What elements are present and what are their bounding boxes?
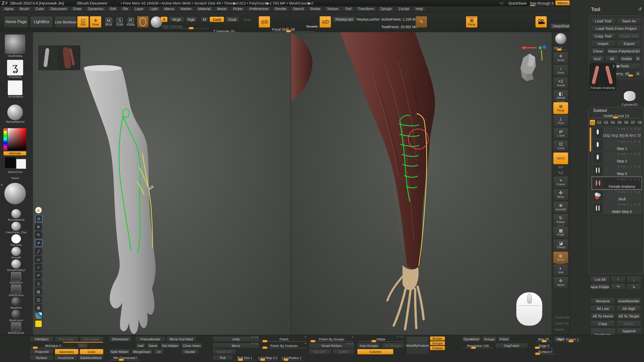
bottom-button[interactable]: BackfaceMask: [78, 355, 103, 360]
switch-color-button[interactable]: SwitchColor: [3, 170, 28, 173]
annotation-icon[interactable]: ▤: [35, 288, 42, 295]
material-item[interactable]: FabioPaiva_Clay: [3, 222, 30, 234]
mask-by-feature-button[interactable]: MaskByFeature: [406, 336, 429, 354]
subtool-action[interactable]: Rename: [590, 298, 615, 304]
bottom-button[interactable]: Max 25: [534, 336, 553, 342]
gravity-icon[interactable]: ✎: [416, 16, 427, 28]
edit-button[interactable]: ◱Edit: [77, 16, 89, 28]
tool-button[interactable]: Copy Tool: [591, 33, 616, 39]
bottom-button[interactable]: Roll: [213, 355, 233, 360]
subtool-toggles[interactable]: ▾ ●● ◐ ◑ ✐ ◎: [618, 152, 641, 156]
tool-button[interactable]: Clone: [591, 48, 605, 54]
bottom-button[interactable]: Morph UV: [213, 349, 236, 354]
shelf-button[interactable]: ×1 Actual: [553, 77, 568, 89]
menu-item[interactable]: Light: [147, 6, 160, 12]
subtool-item[interactable]: ▾ ●● ◐ ◑ ✐ ◎ 13강 여성 3단계 바디 각상 - [삼각: [592, 126, 642, 139]
rgb-button[interactable]: Rgb: [185, 17, 197, 22]
subtool-toggles[interactable]: ▾ ●● ◐ ◑ ✐ ◎: [618, 165, 641, 168]
annotation-icon[interactable]: ◎: [35, 215, 43, 222]
alpha-thumb[interactable]: ~BrushAlpha: [3, 80, 28, 98]
replay-last-button[interactable]: ReplayLast: [333, 17, 356, 22]
subtool-item[interactable]: ▾ ●● ◐ ◑ ✐ ◎ Female Anatomy: [592, 177, 642, 190]
menu-item[interactable]: Material: [195, 6, 213, 12]
shelf-button[interactable]: ✛ Scroll: [553, 52, 568, 64]
bottom-button[interactable]: FreezeBorder: [136, 336, 165, 342]
split-screen-slider[interactable]: Split Screen 1: [555, 336, 582, 342]
material-item[interactable]: SmoothValleys: [3, 259, 30, 272]
material-item[interactable]: MeshExtrude: [3, 322, 30, 334]
shelf-button[interactable]: GXYZ: [553, 152, 568, 164]
subtool-toggles[interactable]: ▾ ●● ◐ ◑ ✐ ◎: [618, 190, 641, 194]
annotation-icon[interactable]: ▯: [35, 280, 42, 287]
replay-last-rel-button[interactable]: ReplayLastRel: [357, 17, 379, 22]
subtool-item[interactable]: ▾ ●● ◐ ◑ ✐ ◎ Step 1: [592, 139, 642, 152]
subtool-item[interactable]: ▾ ●● ◐ ◑ ✐ ◎ Skull: [592, 190, 642, 202]
alternate-button[interactable]: Alternate: [4, 151, 26, 155]
bottom-button[interactable]: Close Holes: [181, 343, 202, 348]
zadd-button[interactable]: Zadd: [210, 17, 224, 22]
bottom-button[interactable]: DelMT: [332, 349, 355, 354]
shelf-button[interactable]: Dynamic ◐ Solo: [553, 264, 568, 276]
annotation-icon[interactable]: ◉: [35, 207, 42, 214]
visible-count-slider[interactable]: Visible Count 13: [591, 113, 641, 118]
bottom-button[interactable]: ProjectAll: [30, 349, 54, 354]
material-item[interactable]: MaskLasso: [3, 310, 30, 322]
menu-item[interactable]: Tool: [342, 6, 354, 12]
bottom-button[interactable]: X Y ZSmart ReSym: [309, 343, 354, 348]
tool-slider[interactable]: R: [634, 70, 641, 77]
current-brush-thumb[interactable]: ClayBuildup: [3, 34, 28, 57]
menu-item[interactable]: Zscript: [396, 6, 412, 12]
material-item[interactable]: Smooth: [3, 247, 30, 259]
menu-item[interactable]: Help: [413, 6, 426, 12]
annotation-icon[interactable]: ➤: [35, 223, 42, 230]
annotation-icon[interactable]: ▦: [35, 312, 42, 319]
bottom-button[interactable]: ●Polish: [261, 336, 307, 342]
shelf-button[interactable]: ⇄ L.Sym: [553, 127, 568, 139]
left-tray-toggle[interactable]: ◀: [0, 183, 3, 187]
bottom-button[interactable]: DynaMesh: [462, 336, 481, 342]
bottom-button[interactable]: Border: [430, 336, 445, 341]
material-item[interactable]: BasicMaterial: [3, 209, 30, 221]
tool-button[interactable]: Paste Tool: [617, 33, 642, 39]
draw-button[interactable]: ✛Draw: [90, 16, 101, 28]
shelf-button[interactable]: ↕ Zoom: [553, 64, 568, 76]
bottom-button[interactable]: Colorize: [357, 349, 393, 354]
subtool-action[interactable]: All Low: [590, 305, 615, 312]
subtool-toggles[interactable]: ▾ ●● ◐ ◑ ✐ ◎: [618, 127, 641, 130]
menu-item[interactable]: Dynamics: [85, 6, 106, 12]
subtool-version-tab[interactable]: V7: [630, 120, 636, 125]
home-page-button[interactable]: Home Page: [4, 16, 28, 28]
bottom-button[interactable]: FillObject: [30, 336, 54, 342]
menu-item[interactable]: Layer: [132, 6, 146, 12]
scale-button[interactable]: SScale: [114, 16, 126, 28]
mrgb-button[interactable]: Mrgb: [169, 17, 184, 22]
subtool-action[interactable]: All To Target: [617, 313, 641, 319]
shelf-button[interactable]: ⌖ Frame: [553, 176, 568, 188]
bottom-button[interactable]: Groups: [482, 336, 497, 342]
menu-item[interactable]: Alpha: [2, 6, 16, 12]
bottom-button[interactable]: Color: [80, 349, 103, 354]
subtool-version-tab[interactable]: V8: [637, 120, 642, 125]
bottom-button[interactable]: Roll Dist 1: [234, 355, 256, 360]
annotation-icon[interactable]: ✐: [35, 239, 43, 247]
shelf-button[interactable]: ↻ Rotate: [553, 214, 568, 226]
append-button[interactable]: Append: [617, 328, 641, 334]
bottom-button[interactable]: Double: [181, 349, 199, 354]
spix-slider[interactable]: SPix 3: [554, 46, 568, 50]
bottom-button[interactable]: Split Hidden: [109, 349, 130, 354]
bottom-button[interactable]: X Y ZInflate: [357, 336, 405, 342]
dynamic-label[interactable]: Dynamic: [306, 25, 318, 28]
bottom-button[interactable]: X Y ZMirror: [213, 343, 259, 348]
material-item[interactable]: SelectLasso: [3, 285, 30, 297]
texture-action-label[interactable]: Import: [555, 328, 570, 331]
subtool-action[interactable]: New Folder: [590, 284, 610, 290]
bottom-button[interactable]: Half: [136, 343, 146, 348]
annotation-icon[interactable]: ╱: [35, 248, 42, 255]
subtool-version-tab[interactable]: V5: [617, 120, 622, 125]
bottom-button[interactable]: Same: [147, 343, 159, 348]
bottom-button[interactable]: Geometry: [55, 349, 78, 354]
see-through-handle[interactable]: [530, 5, 535, 6]
stroke-thumb[interactable]: ʓ FreeHand: [3, 60, 28, 78]
menu-item[interactable]: Picker: [230, 6, 246, 12]
viewport-canvas[interactable]: [33, 32, 552, 335]
